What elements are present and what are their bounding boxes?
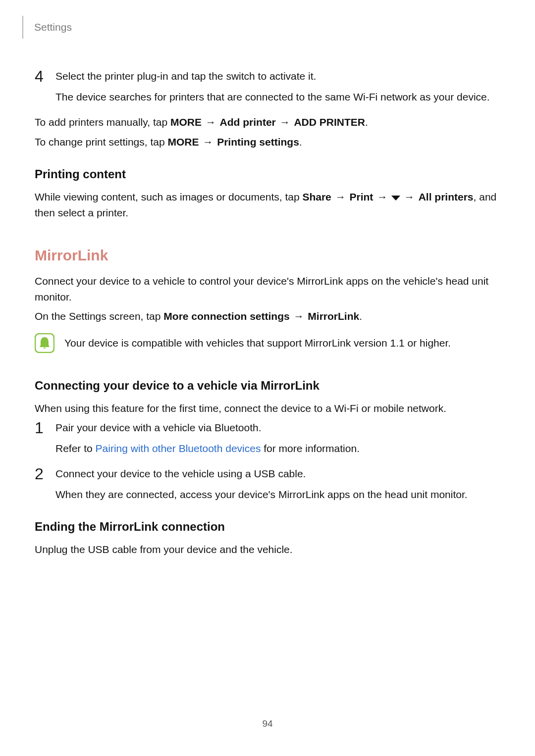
text: . xyxy=(359,310,362,322)
label-print: Print xyxy=(349,191,373,202)
mirrorlink-intro: Connect your device to a vehicle to cont… xyxy=(35,273,500,304)
label-share: Share xyxy=(302,191,331,202)
step-line-2: Refer to Pairing with other Bluetooth de… xyxy=(55,441,500,456)
text: To change print settings, tap xyxy=(35,136,168,148)
label-printing-settings: Printing settings xyxy=(217,136,299,148)
step-body: Pair your device with a vehicle via Blue… xyxy=(55,420,500,456)
text: for more information. xyxy=(261,443,360,454)
connecting-intro: When using this feature for the first ti… xyxy=(35,401,500,416)
text: On the Settings screen, tap xyxy=(35,310,163,322)
step-2: 2 Connect your device to the vehicle usi… xyxy=(35,466,500,502)
header-rule xyxy=(22,16,23,39)
label-more: MORE xyxy=(168,136,199,148)
step-line-1: Select the printer plug-in and tap the s… xyxy=(55,68,500,84)
label-more-connection-settings: More connection settings xyxy=(163,310,289,322)
text: To add printers manually, tap xyxy=(35,116,170,128)
label-all-printers: All printers xyxy=(419,191,474,202)
text: . xyxy=(299,136,302,148)
label-more: MORE xyxy=(170,116,202,128)
header-section-title: Settings xyxy=(34,19,72,35)
svg-marker-0 xyxy=(391,196,400,201)
label-add-printer: Add printer xyxy=(220,116,276,128)
arrow-icon: → xyxy=(202,116,220,128)
printing-content-para: While viewing content, such as images or… xyxy=(35,189,500,220)
heading-mirrorlink: MirrorLink xyxy=(35,244,500,266)
text: . xyxy=(365,116,368,128)
label-add-printer-caps: ADD PRINTER xyxy=(294,116,365,128)
heading-connecting: Connecting your device to a vehicle via … xyxy=(35,377,500,395)
label-mirrorlink: MirrorLink xyxy=(308,310,359,322)
link-bluetooth-pairing[interactable]: Pairing with other Bluetooth devices xyxy=(96,443,261,454)
step-4: 4 Select the printer plug-in and tap the… xyxy=(35,68,500,104)
arrow-icon: → xyxy=(199,136,217,148)
ending-body: Unplug the USB cable from your device an… xyxy=(35,542,500,557)
step-number: 4 xyxy=(35,68,55,104)
note-bell-icon xyxy=(35,333,54,353)
step-line-1: Pair your device with a vehicle via Blue… xyxy=(55,420,500,436)
arrow-icon: → xyxy=(290,310,308,322)
mirrorlink-nav-para: On the Settings screen, tap More connect… xyxy=(35,308,500,324)
arrow-icon: → xyxy=(331,191,350,202)
arrow-icon: → xyxy=(276,116,294,128)
text: Refer to xyxy=(55,443,96,454)
step-body: Connect your device to the vehicle using… xyxy=(55,466,500,502)
heading-ending: Ending the MirrorLink connection xyxy=(35,518,500,536)
step-line-2: The device searches for printers that ar… xyxy=(55,89,500,105)
change-settings-para: To change print settings, tap MORE → Pri… xyxy=(35,134,500,150)
step-body: Select the printer plug-in and tap the s… xyxy=(55,68,500,104)
text: While viewing content, such as images or… xyxy=(35,191,302,202)
add-printers-para: To add printers manually, tap MORE → Add… xyxy=(35,114,500,130)
dropdown-triangle-icon xyxy=(391,189,400,205)
page-number: 94 xyxy=(0,718,535,729)
note-text: Your device is compatible with vehicles … xyxy=(64,335,451,351)
step-number: 1 xyxy=(35,420,55,456)
heading-printing-content: Printing content xyxy=(35,165,500,183)
note-block: Your device is compatible with vehicles … xyxy=(35,333,500,353)
step-number: 2 xyxy=(35,466,55,502)
page-header: Settings xyxy=(35,16,500,39)
arrow-icon: → xyxy=(373,191,391,202)
step-line-2: When they are connected, access your dev… xyxy=(55,487,500,503)
step-1: 1 Pair your device with a vehicle via Bl… xyxy=(35,420,500,456)
step-line-1: Connect your device to the vehicle using… xyxy=(55,466,500,482)
arrow-icon: → xyxy=(400,191,419,202)
page-content: Settings 4 Select the printer plug-in an… xyxy=(0,0,535,557)
